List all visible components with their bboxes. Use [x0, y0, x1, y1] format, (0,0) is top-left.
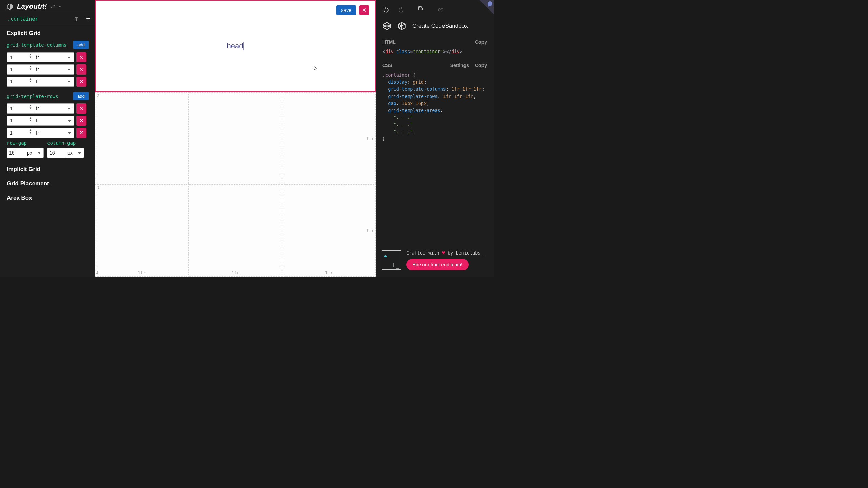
top-actions — [376, 0, 494, 17]
row-gap-label: row-gap — [7, 140, 44, 146]
refresh-icon[interactable] — [417, 6, 425, 14]
grid-cols-header: grid-template-columns add — [0, 39, 95, 51]
css-code-block[interactable]: .container { display: grid; grid-templat… — [376, 70, 494, 147]
col-gap-value[interactable] — [47, 148, 65, 158]
save-area-button[interactable]: save — [336, 5, 356, 15]
col-track-3: ▲▼ fr ✕ — [0, 76, 95, 88]
crafted-text: Crafted with ♥ by Leniolabs_ — [406, 250, 484, 256]
hire-button[interactable]: Hire our front end team! — [406, 259, 469, 270]
plus-icon[interactable]: + — [86, 15, 90, 23]
del-row-2[interactable]: ✕ — [76, 116, 86, 126]
gap-row: row-gap px column-gap px — [0, 139, 95, 161]
row-unit-2[interactable]: fr — [33, 116, 74, 126]
area-box-title[interactable]: Area Box — [0, 190, 95, 204]
row-track-3: ▲▼ fr ✕ — [0, 127, 95, 139]
link-icon[interactable] — [437, 6, 444, 14]
codesandbox-icon[interactable] — [397, 22, 406, 30]
row-track-2: ▲▼ fr ✕ — [0, 115, 95, 127]
chevron-down-icon[interactable]: ▾ — [59, 4, 61, 9]
right-sidebar: Create CodeSandbox HTML Copy <div class=… — [376, 0, 494, 277]
create-codesandbox-link[interactable]: Create CodeSandbox — [412, 23, 468, 29]
row-line-3: 3 — [97, 185, 99, 190]
add-row-button[interactable]: add — [73, 92, 89, 100]
undo-icon[interactable] — [382, 6, 390, 14]
grid-rows-header: grid-template-rows add — [0, 88, 95, 102]
leniolabs-logo-icon[interactable] — [382, 250, 401, 270]
logo-bar: Layoutit! v2 ▾ — [0, 0, 95, 13]
css-label: CSS — [382, 63, 392, 68]
html-section-header: HTML Copy — [376, 37, 494, 47]
copy-html-button[interactable]: Copy — [475, 39, 487, 45]
col-track-2: ▲▼ fr ✕ — [0, 63, 95, 76]
footer: Crafted with ♥ by Leniolabs_ Hire our fr… — [376, 245, 494, 277]
del-col-2[interactable]: ✕ — [76, 64, 86, 75]
css-settings-button[interactable]: Settings — [450, 63, 469, 68]
logo-version: v2 — [51, 4, 55, 9]
col-fr-1: 1fr — [138, 270, 145, 276]
copy-css-button[interactable]: Copy — [475, 63, 487, 68]
implicit-grid-title[interactable]: Implicit Grid — [0, 161, 95, 176]
row-fr-3: 1fr — [366, 228, 374, 233]
del-col-3[interactable]: ✕ — [76, 77, 86, 87]
del-row-1[interactable]: ✕ — [76, 103, 86, 114]
col-track-1: ▲▼ fr ✕ — [0, 51, 95, 63]
trash-icon[interactable]: 🗑 — [74, 16, 79, 22]
selected-grid-area[interactable]: head save ✕ — [95, 0, 376, 92]
html-code-block[interactable]: <div class="container"></div> — [376, 47, 494, 60]
col-gap-label: column-gap — [47, 140, 84, 146]
row-line-4: 4 — [96, 271, 98, 276]
col-unit-2[interactable]: fr — [33, 64, 74, 75]
heart-icon: ♥ — [442, 250, 445, 256]
row-gap-unit[interactable]: px — [25, 148, 44, 158]
codepen-icon[interactable] — [382, 22, 391, 30]
del-col-1[interactable]: ✕ — [76, 52, 86, 62]
col-fr-3: 1fr — [325, 270, 333, 276]
css-section-header: CSS Settings Copy — [376, 60, 494, 70]
area-name-input[interactable]: head — [227, 42, 244, 50]
grid-cols-label: grid-template-columns — [7, 42, 67, 48]
del-row-3[interactable]: ✕ — [76, 128, 86, 138]
col-fr-2: 1fr — [231, 270, 239, 276]
row-unit-3[interactable]: fr — [33, 128, 74, 138]
html-label: HTML — [382, 39, 396, 45]
close-area-button[interactable]: ✕ — [359, 5, 369, 15]
row-fr-2: 1fr — [366, 136, 374, 141]
sandbox-row: Create CodeSandbox — [376, 17, 494, 37]
left-sidebar: Layoutit! v2 ▾ .container 🗑 + Explicit G… — [0, 0, 95, 277]
add-col-button[interactable]: add — [73, 41, 89, 49]
grid-placement-title[interactable]: Grid Placement — [0, 176, 95, 190]
logo-cube-icon — [6, 3, 14, 11]
logo-text: Layoutit! — [17, 3, 47, 11]
row-line-2: 2 — [97, 93, 99, 98]
row-track-1: ▲▼ fr ✕ — [0, 102, 95, 115]
redo-icon[interactable] — [397, 6, 405, 14]
grid-canvas[interactable]: 2 1fr 3 1fr 4 1fr 1fr 1fr head save ✕ — [95, 0, 376, 277]
corner-fold-icon[interactable] — [479, 0, 494, 14]
explicit-grid-title[interactable]: Explicit Grid — [0, 25, 95, 39]
grid-rows-label: grid-template-rows — [7, 94, 58, 99]
row-unit-1[interactable]: fr — [33, 103, 74, 114]
container-selector[interactable]: .container — [7, 16, 74, 22]
col-gap-unit[interactable]: px — [65, 148, 84, 158]
selector-row: .container 🗑 + — [0, 13, 95, 25]
row-gap-value[interactable] — [7, 148, 25, 158]
col-unit-1[interactable]: fr — [33, 52, 74, 62]
col-unit-3[interactable]: fr — [33, 77, 74, 87]
